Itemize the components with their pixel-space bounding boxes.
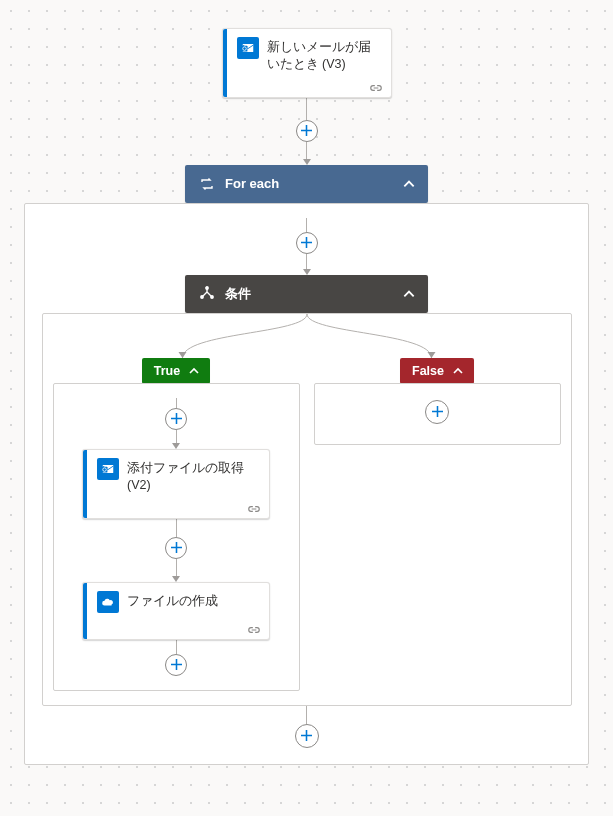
true-label: True — [154, 364, 180, 378]
connector — [165, 640, 187, 676]
action-title: ファイルの作成 — [127, 591, 218, 610]
add-button[interactable] — [165, 654, 187, 676]
foreach-scope: 条件 True — [24, 203, 589, 765]
add-button[interactable] — [295, 724, 319, 748]
link-icon — [247, 623, 261, 633]
true-branch: True — [53, 358, 300, 691]
svg-point-3 — [206, 287, 208, 289]
connector — [295, 706, 319, 748]
condition-label: 条件 — [225, 285, 402, 303]
true-pill[interactable]: True — [142, 358, 210, 384]
svg-point-5 — [211, 296, 213, 298]
connector — [296, 98, 318, 165]
add-button[interactable] — [165, 408, 187, 430]
foreach-header[interactable]: For each — [185, 165, 428, 203]
outlook-icon — [97, 458, 119, 480]
add-button[interactable] — [425, 400, 449, 424]
action-title: 添付ファイルの取得 (V2) — [127, 458, 259, 494]
false-label: False — [412, 364, 444, 378]
trigger-card[interactable]: 新しいメールが届いたとき (V3) — [222, 28, 392, 98]
foreach-label: For each — [225, 176, 402, 191]
condition-scope: True — [42, 313, 572, 706]
false-branch: False — [314, 358, 561, 445]
branch-connector — [53, 314, 561, 358]
chevron-up-icon — [402, 287, 416, 301]
loop-icon — [199, 176, 215, 192]
outlook-icon — [237, 37, 259, 59]
branch-icon — [199, 286, 215, 302]
create-file-card[interactable]: ファイルの作成 — [82, 582, 270, 640]
connector — [165, 398, 187, 449]
get-attachment-card[interactable]: 添付ファイルの取得 (V2) — [82, 449, 270, 519]
chevron-up-icon — [452, 365, 464, 377]
trigger-title: 新しいメールが届いたとき (V3) — [267, 37, 381, 73]
false-pill[interactable]: False — [400, 358, 474, 384]
svg-point-4 — [201, 296, 203, 298]
add-button[interactable] — [296, 120, 318, 142]
add-button[interactable] — [296, 232, 318, 254]
add-button[interactable] — [165, 537, 187, 559]
chevron-up-icon — [402, 177, 416, 191]
connector — [296, 218, 318, 275]
condition-header[interactable]: 条件 — [185, 275, 428, 313]
chevron-up-icon — [188, 365, 200, 377]
link-icon — [247, 502, 261, 512]
onedrive-icon — [97, 591, 119, 613]
link-icon — [369, 81, 383, 91]
connector — [165, 519, 187, 582]
